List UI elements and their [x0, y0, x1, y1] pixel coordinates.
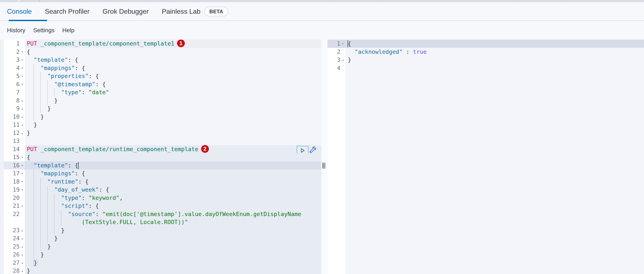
code-text[interactable]: }	[25, 259, 321, 267]
code-text[interactable]: (TextStyle.FULL, Locale.ROOT))"	[25, 218, 321, 226]
fold-toggle-icon[interactable]: ▾	[20, 153, 25, 161]
beta-badge: BETA	[204, 7, 228, 16]
fold-toggle-icon[interactable]: ▴	[20, 121, 25, 129]
fold-toggle-icon[interactable]: ▴	[340, 56, 346, 64]
code-line[interactable]: 18▾ "runtime": {	[0, 178, 321, 186]
code-text[interactable]: "template": {	[25, 56, 321, 64]
fold-toggle-icon[interactable]: ▾	[20, 64, 25, 72]
fold-toggle-icon[interactable]: ▴	[20, 259, 25, 267]
tab-console[interactable]: Console	[7, 7, 32, 15]
fold-toggle-icon[interactable]: ▴	[20, 96, 25, 105]
fold-toggle-icon[interactable]: ▾	[20, 186, 25, 194]
code-line[interactable]: 13	[0, 137, 321, 145]
fold-toggle-icon[interactable]: ▾	[20, 178, 25, 186]
fold-toggle-icon[interactable]: ▴	[20, 226, 25, 235]
fold-toggle-icon[interactable]: ▴	[20, 129, 25, 137]
fold-toggle-icon[interactable]: ▴	[20, 105, 25, 113]
code-line[interactable]: 21▾ "script": {	[0, 202, 321, 210]
code-line[interactable]: 15▾{	[0, 153, 321, 161]
fold-toggle-icon[interactable]: ▴	[20, 267, 25, 274]
code-text[interactable]: {	[25, 48, 321, 56]
code-line[interactable]: 19▾ "day_of_week": {	[0, 186, 321, 194]
code-line[interactable]: 10▴ }	[0, 113, 321, 121]
code-text[interactable]: "properties": {	[25, 72, 321, 80]
code-text[interactable]: }	[25, 96, 321, 105]
code-text[interactable]: "@timestamp": {	[25, 80, 321, 88]
line-number: 20	[4, 194, 20, 202]
fold-toggle-icon[interactable]: ▾	[20, 161, 25, 170]
code-line[interactable]: (TextStyle.FULL, Locale.ROOT))"	[0, 218, 321, 226]
code-text[interactable]: "mappings": {	[25, 64, 321, 72]
panel-resize-handle[interactable]	[323, 163, 325, 169]
fold-toggle-icon[interactable]: ▾	[20, 169, 25, 178]
code-text[interactable]: "runtime": {	[25, 178, 321, 186]
code-line[interactable]: 8▴ }	[0, 96, 321, 105]
code-text[interactable]: {	[25, 153, 321, 161]
code-token: : {	[96, 81, 106, 87]
code-line[interactable]: 20 "type": "keyword",	[0, 194, 321, 202]
code-line[interactable]: 12▴}	[0, 129, 321, 137]
code-line[interactable]: 14PUT _component_template/runtime_compon…	[0, 145, 321, 153]
code-line[interactable]: 4▾ "mappings": {	[0, 64, 321, 72]
tab-grok-debugger[interactable]: Grok Debugger	[102, 7, 149, 15]
code-text[interactable]: }	[25, 234, 321, 243]
code-text[interactable]: "mappings": {	[25, 169, 321, 178]
code-token: "@timestamp"	[54, 81, 96, 87]
request-editor[interactable]: 1PUT _component_template/component_templ…	[0, 40, 321, 274]
fold-toggle-icon[interactable]: ▾	[20, 48, 25, 56]
code-line[interactable]: 22 "source": "emit(doc['@timestamp'].val…	[0, 210, 321, 218]
code-text[interactable]: }	[25, 105, 321, 113]
code-line[interactable]: 27▴ }	[0, 259, 321, 267]
code-text[interactable]: "day_of_week": {	[25, 186, 321, 194]
fold-toggle-icon[interactable]: ▾	[20, 72, 25, 80]
code-line[interactable]: 28▴}	[0, 267, 321, 274]
code-token: (TextStyle.FULL, Locale.ROOT))"	[82, 219, 188, 225]
fold-toggle-icon[interactable]: ▾	[340, 40, 346, 48]
code-line[interactable]: 17▾ "mappings": {	[0, 169, 321, 178]
fold-toggle-icon[interactable]: ▴	[20, 243, 25, 251]
menu-item-history[interactable]: History	[7, 27, 25, 34]
fold-toggle-icon[interactable]: ▴	[20, 113, 25, 121]
code-text[interactable]: }	[25, 121, 321, 129]
code-line[interactable]: 7 "type": "date"	[0, 88, 321, 96]
fold-toggle-icon[interactable]: ▴	[20, 251, 25, 259]
code-line[interactable]: 3▾ "template": {	[0, 56, 321, 64]
code-line[interactable]: 16▾ "template": {	[0, 161, 321, 170]
code-line[interactable]: 11▴ }	[0, 121, 321, 129]
code-text[interactable]: "type": "date"	[25, 88, 321, 96]
fold-toggle-icon[interactable]: ▾	[20, 56, 25, 64]
code-text[interactable]	[25, 137, 321, 145]
code-text[interactable]: }	[25, 113, 321, 121]
indent-guide	[40, 80, 41, 88]
code-line[interactable]: 24▴ }	[0, 234, 321, 243]
fold-toggle-icon[interactable]: ▴	[20, 234, 25, 243]
tab-search-profiler[interactable]: Search Profiler	[45, 7, 90, 15]
code-text[interactable]: PUT _component_template/component_templa…	[25, 40, 321, 48]
code-text[interactable]: "source": "emit(doc['@timestamp'].value.…	[25, 210, 321, 218]
code-line[interactable]: 26▴ }	[0, 251, 321, 259]
code-text[interactable]: PUT _component_template/runtime_componen…	[25, 145, 321, 153]
code-text[interactable]: }	[25, 251, 321, 259]
request-options-wrench-button[interactable]	[309, 146, 316, 153]
code-text[interactable]: }	[25, 226, 321, 235]
code-text[interactable]: "script": {	[25, 202, 321, 210]
code-line[interactable]: 9▴ }	[0, 105, 321, 113]
code-line[interactable]: 2▾{	[0, 48, 321, 56]
code-line[interactable]: 1PUT _component_template/component_templ…	[0, 40, 321, 48]
response-editor[interactable]: 1▾{2 "acknowledged" : true3▴}4	[328, 40, 644, 274]
code-token: "keyword"	[88, 195, 120, 201]
code-line[interactable]: 25▴ }	[0, 243, 321, 251]
fold-toggle-icon[interactable]: ▾	[20, 202, 25, 210]
code-text[interactable]: }	[25, 267, 321, 274]
code-line[interactable]: 6▾ "@timestamp": {	[0, 80, 321, 88]
code-line[interactable]: 23▴ }	[0, 226, 321, 235]
fold-toggle-icon[interactable]: ▾	[20, 80, 25, 88]
code-text[interactable]: }	[25, 243, 321, 251]
code-text[interactable]: "template": {	[25, 161, 321, 170]
tab-painless-lab[interactable]: Painless Lab BETA	[162, 7, 228, 16]
code-text[interactable]: }	[25, 129, 321, 137]
menu-item-settings[interactable]: Settings	[33, 27, 54, 34]
code-line[interactable]: 5▾ "properties": {	[0, 72, 321, 80]
code-text[interactable]: "type": "keyword",	[25, 194, 321, 202]
menu-item-help[interactable]: Help	[62, 27, 74, 34]
